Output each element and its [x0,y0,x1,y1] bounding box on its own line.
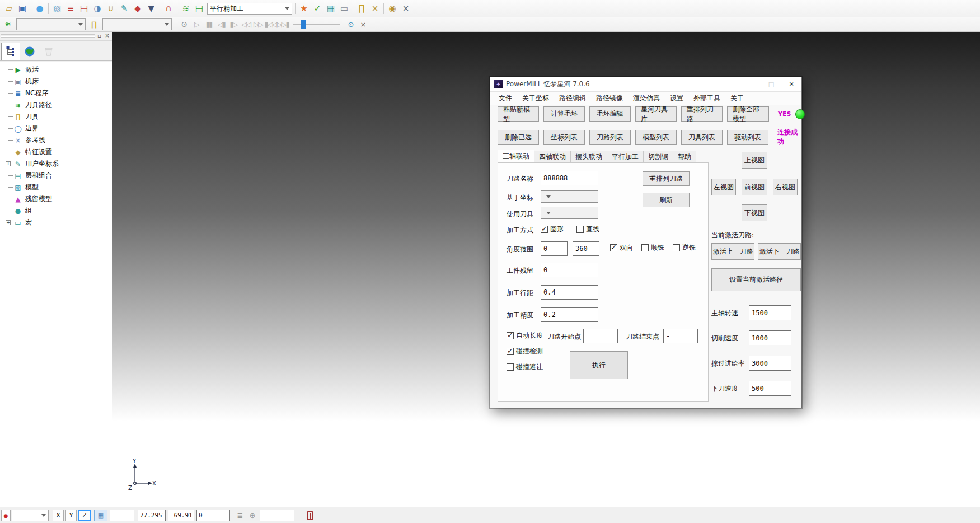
go-end-button[interactable]: ▷▷▮ [276,19,289,30]
stock-edit-icon[interactable]: ▤ [77,2,91,15]
activate-next-toolpath-button[interactable]: 激活下一刀路 [758,243,801,260]
tolerance-input[interactable] [541,307,598,322]
skim-feed-input[interactable] [749,356,791,371]
nc-program-icon[interactable]: ◉ [386,2,399,15]
plunge-feed-input[interactable] [749,381,791,396]
menu-路径镜像[interactable]: 路径镜像 [591,92,628,105]
tree-item-workplanes[interactable]: +✎用户坐标系 [0,158,112,170]
action-button-计算毛坯[interactable]: 计算毛坯 [543,106,585,122]
tab-平行加工[interactable]: 平行加工 [607,151,644,163]
circle-checkbox[interactable] [541,226,548,233]
boundary-icon[interactable]: ∪ [104,2,118,15]
action-button-粘贴新模型[interactable]: 粘贴新模型 [498,106,539,122]
pause-button[interactable]: ▮▮ [203,19,215,30]
auto-length-checkbox[interactable] [507,332,514,339]
start-point-input[interactable] [583,329,618,343]
menu-设置[interactable]: 设置 [665,92,688,105]
expand-icon[interactable]: + [6,161,11,166]
axis-y-button[interactable]: Y [65,510,77,521]
simulation-speed-slider[interactable] [293,19,340,30]
panel-toggle-icon[interactable] [305,510,315,521]
marker-tool-button[interactable]: ● [1,510,11,521]
play-button[interactable]: ▷ [190,19,203,30]
bidirectional-checkbox[interactable] [610,244,617,251]
tool-block-icon[interactable]: ▼ [144,2,158,15]
action-button-驱动列表[interactable]: 驱动列表 [727,130,768,145]
angle-to-input[interactable] [573,241,599,256]
close-button[interactable]: ✕ [781,77,801,91]
grid-toggle-button[interactable]: ▦ [94,510,107,521]
step-back-button[interactable]: ◁▮ [215,19,227,30]
coords-list-icon[interactable]: ≣ [235,510,245,521]
calculator-icon[interactable]: ▦ [324,2,337,15]
refresh-button[interactable]: 刷新 [643,193,690,207]
expand-icon[interactable]: + [6,220,11,225]
menu-关于坐标[interactable]: 关于坐标 [517,92,554,105]
fast-forward-button[interactable]: ▷▷ [252,19,264,30]
collision-check-icon[interactable]: ★ [297,2,311,15]
conventional-checkbox[interactable] [673,244,680,251]
menu-渲染仿真[interactable]: 渲染仿真 [628,92,665,105]
tree-item-macros[interactable]: +▭宏 [0,217,112,228]
view-top-button[interactable]: 上视图 [742,152,767,169]
rearrange-toolpaths-button[interactable]: 重排列刀路 [643,171,690,186]
panel-grip[interactable]: ▫ × [0,32,112,41]
stock-allowance-input[interactable] [541,263,598,277]
activate-prev-toolpath-button[interactable]: 激活上一刀路 [711,243,754,260]
lead-arc-tool-icon[interactable]: ∩ [162,2,175,15]
light-bulb-icon[interactable]: ʘ [178,19,190,30]
coord-z-field[interactable] [196,510,230,521]
sim-close-icon[interactable]: × [357,19,369,30]
view-front-button[interactable]: 前视图 [742,179,767,195]
float-panel-icon[interactable]: ▫ [96,32,103,39]
close-panel-icon[interactable]: × [104,32,111,39]
step-forward-button[interactable]: ▮▷ [227,19,240,30]
tab-摆头联动[interactable]: 摆头联动 [571,151,607,163]
action-button-删除已选[interactable]: 删除已选 [498,130,539,145]
menu-关于[interactable]: 关于 [725,92,749,105]
base-coord-select[interactable] [541,190,598,203]
tab-explorer-tree[interactable] [1,43,20,60]
action-button-星河刀具库[interactable]: 星河刀具库 [635,106,677,122]
climb-checkbox[interactable] [641,244,649,251]
cross-arrows-icon[interactable]: × [368,2,382,15]
set-active-path-button[interactable]: 设置当前激活路径 [711,268,801,291]
line-checkbox[interactable] [576,226,584,233]
view-bottom-button[interactable]: 下视图 [742,204,767,221]
action-button-模型列表[interactable]: 模型列表 [635,130,677,145]
angle-from-input[interactable] [541,241,568,256]
tree-item-stock-models[interactable]: ▲残留模型 [0,193,112,205]
coord-x-field[interactable] [138,510,166,521]
use-tool-select[interactable] [541,207,598,219]
sim-toolpath-icon[interactable]: ≋ [2,19,14,30]
toolbar-close-icon[interactable]: × [399,2,412,15]
tab-帮助[interactable]: 帮助 [673,151,696,163]
tree-item-machine[interactable]: ▣机床 [0,76,112,87]
pattern-points-icon[interactable]: ◆ [131,2,144,15]
measure-field[interactable] [260,510,294,521]
toolpath-icon[interactable]: ≋ [179,2,193,15]
curve-editor-icon[interactable]: ✎ [118,2,131,15]
spindle-speed-input[interactable] [749,305,791,320]
slider-handle[interactable] [301,20,306,29]
sim-toolpath-select[interactable] [16,18,86,30]
strategy-list-icon[interactable]: ▤ [193,2,206,15]
collision-avoid-checkbox[interactable] [507,363,514,371]
tree-item-feature-sets[interactable]: ◆特征设置 [0,146,112,158]
action-button-坐标列表[interactable]: 坐标列表 [543,130,585,145]
ruler-icon[interactable]: ▭ [337,2,351,15]
tree-item-models[interactable]: ▧模型 [0,181,112,193]
go-start-button[interactable]: ▮◁◁ [264,19,276,30]
minimize-button[interactable]: — [741,77,761,91]
action-button-重排列刀路[interactable]: 重排列刀路 [681,106,723,122]
menu-文件[interactable]: 文件 [494,92,517,105]
tree-item-tools[interactable]: ∏刀具 [0,111,112,123]
tab-三轴联动[interactable]: 三轴联动 [498,150,534,163]
action-button-删除全部模型[interactable]: 删除全部模型 [727,106,769,122]
strategy-dropdown[interactable]: 平行精加工 [207,3,292,15]
tab-explorer-globe[interactable] [20,43,39,60]
cutting-feed-input[interactable] [749,330,791,345]
stepover-input[interactable] [541,285,598,300]
tool-verify-icon[interactable]: ✓ [311,2,324,15]
execute-button[interactable]: 执行 [570,351,628,379]
